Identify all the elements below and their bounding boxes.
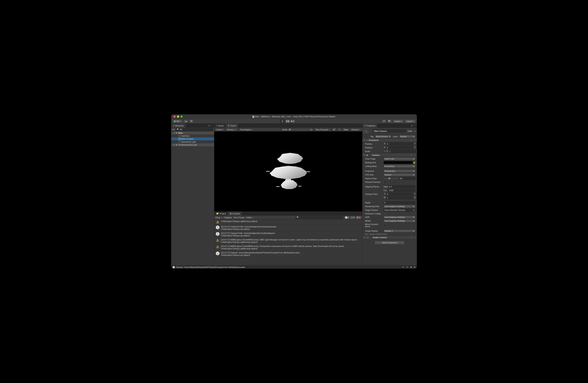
depth-field[interactable] [384,201,415,204]
object-active-checkbox[interactable] [369,130,372,132]
component-menu[interactable]: ⋮ [414,236,416,239]
global-search-button[interactable]: 🔍 [387,119,392,123]
link-icon[interactable]: ⚯ [384,150,385,153]
projection-dropdown[interactable]: Perspective▾ [384,170,415,172]
scene-tab[interactable]: ⌗Scene [214,124,226,128]
display-dropdown[interactable]: Display 1 [225,128,239,131]
position-y[interactable] [416,142,417,145]
aspect-dropdown[interactable]: Free Aspect [239,128,281,131]
collapse-button[interactable]: Collapse [224,216,232,219]
viewport-x[interactable] [386,193,413,196]
audio-listener-header[interactable]: ▼🎧Audio Listener ?⋮ [362,235,417,239]
cache-icon[interactable]: ◈ [410,266,412,268]
viewport-y[interactable] [416,193,417,196]
viewport-h[interactable] [416,196,417,199]
physical-camera-checkbox[interactable] [384,181,386,183]
layer-dropdown[interactable]: Default▾ [399,135,416,138]
far-field[interactable] [388,189,415,192]
game-tab[interactable]: 👁Game [226,124,238,128]
near-field[interactable] [388,185,415,188]
hierarchy-item-maincamera[interactable]: Main Camera [171,137,214,140]
lock-icon[interactable]: ⎋ [209,124,210,127]
msaa-dropdown[interactable]: Use Graphics Settings▾ [384,219,415,222]
log-entry[interactable]: ⚠[10:47:27] ABREngine.CheckABRScene(): A… [214,238,362,244]
debug-icon[interactable]: 🐞 [406,266,408,268]
minimize-window-button[interactable] [177,115,179,118]
hierarchy-item-directionallight[interactable]: Directional Light [171,140,214,143]
gameobject-cube-icon[interactable]: ◫ [364,129,368,133]
target-display-dropdown[interactable]: Display 1▾ [384,229,415,233]
clear-button[interactable]: Clear [215,216,222,219]
lock-icon[interactable]: ⎋ [411,124,413,127]
layout-dropdown[interactable]: Layout [405,119,416,123]
settings-button[interactable]: ⚙ [189,119,194,123]
camera-enabled-checkbox[interactable] [369,154,371,156]
pause-button[interactable]: ❚❚ [285,119,290,123]
rotation-y[interactable] [416,146,417,149]
console-search[interactable]: 🔍 [295,216,344,219]
tag-dropdown[interactable]: MainCamera▾ [375,135,391,138]
clear-flags-dropdown[interactable]: Solid Color▾ [384,157,415,160]
help-icon[interactable]: ? [411,139,412,141]
scale-x[interactable] [389,150,416,153]
log-entry[interactable]: ![10:47:27] Dataset Path: /Users/bridger… [214,231,362,238]
rotation-x[interactable] [386,146,413,149]
stats-button[interactable]: Stats [342,128,350,131]
log-entry[interactable]: ⚠[10:47:27] ABREngine.CheckABRScene(): S… [214,244,362,251]
play-button[interactable]: ▶ [280,119,285,123]
create-dropdown[interactable]: + ▾ [172,128,175,131]
close-window-button[interactable] [173,115,176,118]
maximize-window-button[interactable] [180,115,183,118]
fov-axis-dropdown[interactable]: Vertical▾ [384,173,415,176]
viewport-w[interactable] [386,196,413,199]
rendering-path-dropdown[interactable]: Use Graphics Settings▾ [384,205,415,208]
fov-field[interactable] [399,177,416,180]
warn-filter[interactable]: ⚠4 [350,216,355,219]
scale-slider[interactable]: Scale2x [281,128,314,131]
log-entry[interactable]: ![10:47:27] VisAsset Path: /Users/bridge… [214,225,362,231]
panel-menu-button[interactable]: ⋮ [359,124,361,128]
component-menu[interactable]: ⋮ [414,154,416,156]
scene-menu[interactable]: ⋮ [211,144,214,146]
fov-slider[interactable] [384,177,398,180]
occlusion-culling-checkbox[interactable] [384,212,386,215]
hdr-dropdown[interactable]: Use Graphics Settings▾ [384,216,415,219]
mute-button[interactable]: 🔊 [331,128,337,131]
background-color-field[interactable] [384,161,413,164]
target-texture-field[interactable]: None (Render Texture)⊙ [384,209,415,212]
hierarchy-item-visdriver[interactable]: VisDriver [171,134,214,137]
scene-menu[interactable]: ⋮ [211,132,214,134]
undo-history-button[interactable]: ↺ [381,119,386,123]
scene-row[interactable]: ▼Main⋮ [171,131,214,134]
component-menu[interactable]: ⋮ [414,139,416,142]
culling-mask-dropdown[interactable]: Everything▾ [384,165,415,168]
static-dropdown[interactable] [414,130,415,132]
inspector-tab[interactable]: ⓘInspector [362,124,378,128]
game-mode-dropdown[interactable]: Game [215,128,225,131]
info-filter[interactable]: !8 [344,216,350,219]
layers-dropdown[interactable]: Layers [393,119,404,123]
hierarchy-tab[interactable]: ≡Hierarchy [171,124,186,128]
transform-component-header[interactable]: ▼⊹Transform ?⋮ [362,138,417,142]
step-button[interactable]: ▶❙ [290,119,295,123]
panel-menu-button[interactable]: ⋮ [414,124,416,127]
add-component-button[interactable]: Add Component [375,241,405,244]
panel-menu-button[interactable]: ⋮ [211,124,213,127]
object-name-field[interactable]: Main Camera [373,129,406,132]
vsync-button[interactable]: ▭ [337,128,342,131]
play-focused-dropdown[interactable]: Play Focused [314,128,331,131]
account-dropdown[interactable]: ◉BH [172,119,183,123]
autorefresh-icon[interactable]: ⟳ [402,266,404,268]
position-x[interactable] [386,142,413,145]
dynamic-resolution-checkbox[interactable] [384,224,386,227]
console-tab[interactable]: ▤Console [228,212,242,216]
compile-status-icon[interactable]: ⊘ [414,266,415,268]
error-pause-button[interactable]: Error Pause [234,216,245,219]
error-filter[interactable]: !0 [356,216,361,219]
audio-listener-enabled-checkbox[interactable] [369,236,372,239]
cloud-button[interactable]: ☁ [183,119,188,123]
editor-dropdown[interactable]: Editor [246,216,253,219]
project-tab[interactable]: 📁Project [214,212,228,216]
help-icon[interactable]: ? [411,154,412,156]
panel-menu-button[interactable]: ⋮ [359,212,361,215]
